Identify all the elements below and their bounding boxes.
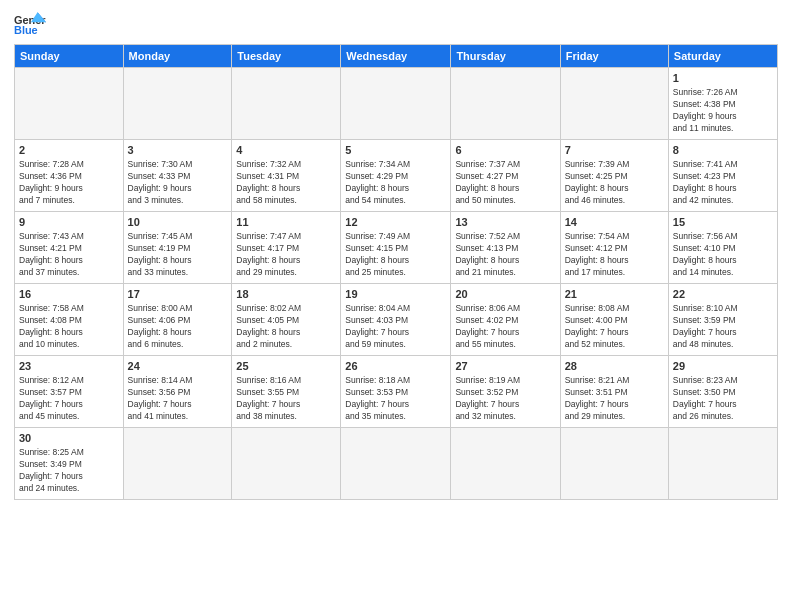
calendar-cell: 21Sunrise: 8:08 AM Sunset: 4:00 PM Dayli… — [560, 284, 668, 356]
calendar-cell: 19Sunrise: 8:04 AM Sunset: 4:03 PM Dayli… — [341, 284, 451, 356]
weekday-friday: Friday — [560, 45, 668, 68]
svg-text:Blue: Blue — [14, 24, 38, 36]
calendar-cell: 15Sunrise: 7:56 AM Sunset: 4:10 PM Dayli… — [668, 212, 777, 284]
calendar-cell: 10Sunrise: 7:45 AM Sunset: 4:19 PM Dayli… — [123, 212, 232, 284]
day-number: 22 — [673, 287, 773, 302]
calendar-cell — [341, 428, 451, 500]
day-number: 30 — [19, 431, 119, 446]
day-info: Sunrise: 8:14 AM Sunset: 3:56 PM Dayligh… — [128, 375, 228, 423]
calendar-cell: 8Sunrise: 7:41 AM Sunset: 4:23 PM Daylig… — [668, 140, 777, 212]
day-number: 4 — [236, 143, 336, 158]
day-info: Sunrise: 7:47 AM Sunset: 4:17 PM Dayligh… — [236, 231, 336, 279]
day-info: Sunrise: 7:49 AM Sunset: 4:15 PM Dayligh… — [345, 231, 446, 279]
day-number: 16 — [19, 287, 119, 302]
day-number: 18 — [236, 287, 336, 302]
week-row-1: 2Sunrise: 7:28 AM Sunset: 4:36 PM Daylig… — [15, 140, 778, 212]
day-number: 8 — [673, 143, 773, 158]
weekday-monday: Monday — [123, 45, 232, 68]
day-info: Sunrise: 7:28 AM Sunset: 4:36 PM Dayligh… — [19, 159, 119, 207]
calendar-cell — [232, 428, 341, 500]
day-info: Sunrise: 8:16 AM Sunset: 3:55 PM Dayligh… — [236, 375, 336, 423]
day-number: 27 — [455, 359, 555, 374]
day-info: Sunrise: 8:10 AM Sunset: 3:59 PM Dayligh… — [673, 303, 773, 351]
calendar-cell — [560, 428, 668, 500]
week-row-0: 1Sunrise: 7:26 AM Sunset: 4:38 PM Daylig… — [15, 68, 778, 140]
calendar-cell: 26Sunrise: 8:18 AM Sunset: 3:53 PM Dayli… — [341, 356, 451, 428]
calendar-cell: 1Sunrise: 7:26 AM Sunset: 4:38 PM Daylig… — [668, 68, 777, 140]
calendar-cell: 27Sunrise: 8:19 AM Sunset: 3:52 PM Dayli… — [451, 356, 560, 428]
day-number: 17 — [128, 287, 228, 302]
calendar-cell: 12Sunrise: 7:49 AM Sunset: 4:15 PM Dayli… — [341, 212, 451, 284]
calendar-cell: 6Sunrise: 7:37 AM Sunset: 4:27 PM Daylig… — [451, 140, 560, 212]
day-number: 3 — [128, 143, 228, 158]
calendar-cell: 16Sunrise: 7:58 AM Sunset: 4:08 PM Dayli… — [15, 284, 124, 356]
day-number: 20 — [455, 287, 555, 302]
week-row-5: 30Sunrise: 8:25 AM Sunset: 3:49 PM Dayli… — [15, 428, 778, 500]
weekday-header-row: SundayMondayTuesdayWednesdayThursdayFrid… — [15, 45, 778, 68]
day-number: 5 — [345, 143, 446, 158]
calendar-cell: 30Sunrise: 8:25 AM Sunset: 3:49 PM Dayli… — [15, 428, 124, 500]
day-info: Sunrise: 7:32 AM Sunset: 4:31 PM Dayligh… — [236, 159, 336, 207]
day-info: Sunrise: 8:02 AM Sunset: 4:05 PM Dayligh… — [236, 303, 336, 351]
calendar-cell: 18Sunrise: 8:02 AM Sunset: 4:05 PM Dayli… — [232, 284, 341, 356]
page: General Blue SundayMondayTuesdayWednesda… — [0, 0, 792, 612]
calendar-cell: 4Sunrise: 7:32 AM Sunset: 4:31 PM Daylig… — [232, 140, 341, 212]
day-number: 29 — [673, 359, 773, 374]
day-number: 9 — [19, 215, 119, 230]
day-number: 15 — [673, 215, 773, 230]
day-info: Sunrise: 7:54 AM Sunset: 4:12 PM Dayligh… — [565, 231, 664, 279]
logo: General Blue — [14, 10, 50, 38]
calendar-cell — [123, 428, 232, 500]
calendar-cell — [451, 68, 560, 140]
day-info: Sunrise: 8:08 AM Sunset: 4:00 PM Dayligh… — [565, 303, 664, 351]
day-info: Sunrise: 8:06 AM Sunset: 4:02 PM Dayligh… — [455, 303, 555, 351]
day-info: Sunrise: 7:41 AM Sunset: 4:23 PM Dayligh… — [673, 159, 773, 207]
calendar-cell — [341, 68, 451, 140]
calendar-cell — [123, 68, 232, 140]
day-info: Sunrise: 8:18 AM Sunset: 3:53 PM Dayligh… — [345, 375, 446, 423]
day-info: Sunrise: 8:04 AM Sunset: 4:03 PM Dayligh… — [345, 303, 446, 351]
calendar-cell: 11Sunrise: 7:47 AM Sunset: 4:17 PM Dayli… — [232, 212, 341, 284]
day-info: Sunrise: 7:39 AM Sunset: 4:25 PM Dayligh… — [565, 159, 664, 207]
calendar-cell — [232, 68, 341, 140]
calendar-cell: 7Sunrise: 7:39 AM Sunset: 4:25 PM Daylig… — [560, 140, 668, 212]
day-info: Sunrise: 7:52 AM Sunset: 4:13 PM Dayligh… — [455, 231, 555, 279]
weekday-thursday: Thursday — [451, 45, 560, 68]
day-info: Sunrise: 8:21 AM Sunset: 3:51 PM Dayligh… — [565, 375, 664, 423]
calendar-cell: 14Sunrise: 7:54 AM Sunset: 4:12 PM Dayli… — [560, 212, 668, 284]
day-info: Sunrise: 7:37 AM Sunset: 4:27 PM Dayligh… — [455, 159, 555, 207]
week-row-4: 23Sunrise: 8:12 AM Sunset: 3:57 PM Dayli… — [15, 356, 778, 428]
calendar-cell — [560, 68, 668, 140]
day-number: 2 — [19, 143, 119, 158]
calendar-cell: 23Sunrise: 8:12 AM Sunset: 3:57 PM Dayli… — [15, 356, 124, 428]
calendar-cell: 25Sunrise: 8:16 AM Sunset: 3:55 PM Dayli… — [232, 356, 341, 428]
calendar-cell: 2Sunrise: 7:28 AM Sunset: 4:36 PM Daylig… — [15, 140, 124, 212]
day-number: 6 — [455, 143, 555, 158]
calendar-cell: 24Sunrise: 8:14 AM Sunset: 3:56 PM Dayli… — [123, 356, 232, 428]
weekday-wednesday: Wednesday — [341, 45, 451, 68]
day-info: Sunrise: 8:00 AM Sunset: 4:06 PM Dayligh… — [128, 303, 228, 351]
day-info: Sunrise: 7:43 AM Sunset: 4:21 PM Dayligh… — [19, 231, 119, 279]
day-number: 14 — [565, 215, 664, 230]
calendar-cell: 17Sunrise: 8:00 AM Sunset: 4:06 PM Dayli… — [123, 284, 232, 356]
day-info: Sunrise: 7:58 AM Sunset: 4:08 PM Dayligh… — [19, 303, 119, 351]
day-number: 19 — [345, 287, 446, 302]
calendar-cell: 22Sunrise: 8:10 AM Sunset: 3:59 PM Dayli… — [668, 284, 777, 356]
day-number: 25 — [236, 359, 336, 374]
day-number: 10 — [128, 215, 228, 230]
day-number: 23 — [19, 359, 119, 374]
calendar-cell — [668, 428, 777, 500]
day-info: Sunrise: 7:30 AM Sunset: 4:33 PM Dayligh… — [128, 159, 228, 207]
day-info: Sunrise: 8:23 AM Sunset: 3:50 PM Dayligh… — [673, 375, 773, 423]
calendar-cell: 3Sunrise: 7:30 AM Sunset: 4:33 PM Daylig… — [123, 140, 232, 212]
calendar-cell — [451, 428, 560, 500]
day-info: Sunrise: 7:34 AM Sunset: 4:29 PM Dayligh… — [345, 159, 446, 207]
header: General Blue — [14, 10, 778, 38]
day-info: Sunrise: 8:19 AM Sunset: 3:52 PM Dayligh… — [455, 375, 555, 423]
weekday-sunday: Sunday — [15, 45, 124, 68]
day-number: 24 — [128, 359, 228, 374]
calendar-cell: 20Sunrise: 8:06 AM Sunset: 4:02 PM Dayli… — [451, 284, 560, 356]
calendar-cell: 13Sunrise: 7:52 AM Sunset: 4:13 PM Dayli… — [451, 212, 560, 284]
day-number: 13 — [455, 215, 555, 230]
day-info: Sunrise: 7:45 AM Sunset: 4:19 PM Dayligh… — [128, 231, 228, 279]
